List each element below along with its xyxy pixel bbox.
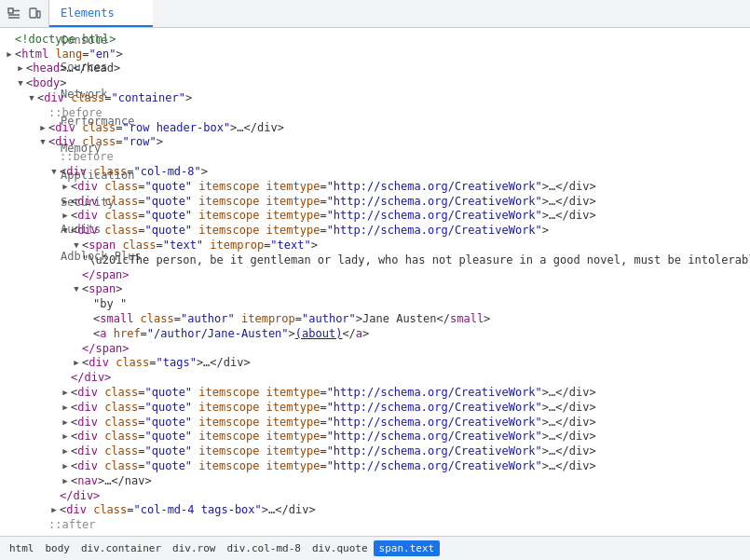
dom-line[interactable]: <small class="author" itemprop="author">… [0,311,750,326]
device-icon[interactable] [26,6,43,22]
close-tag: </span> [82,342,130,355]
dom-line[interactable]: ▼<span class="text" itemprop="text"> [0,238,750,253]
expand-collapse-icon[interactable]: ▶ [48,505,60,514]
dom-line[interactable]: ▼<div class="quote" itemscope itemtype="… [0,223,750,238]
svg-rect-0 [8,8,13,13]
expand-collapse-icon[interactable]: ▶ [60,403,71,412]
expand-collapse-icon[interactable]: ▶ [60,197,71,206]
element-node: <div class="quote" itemscope itemtype="h… [71,195,596,208]
element-node: <nav>…</nav> [71,474,152,487]
dom-line[interactable]: </span> [0,267,750,282]
dom-line[interactable]: ▶<nav>…</nav> [0,473,750,488]
breadcrumb-item[interactable]: div.row [167,540,221,556]
dom-line[interactable]: ▶<html lang="en"> [0,47,750,61]
expand-collapse-icon[interactable]: ▶ [60,182,71,191]
breadcrumb-item[interactable]: span.text [374,540,441,556]
dom-line[interactable]: ▼<div class="container"> [0,90,750,105]
dom-line[interactable]: ::before [0,149,750,164]
element-node: <div class="quote" itemscope itemtype="h… [71,430,596,443]
expand-collapse-icon[interactable]: ▼ [15,78,26,88]
element-node: <div class="quote" itemscope itemtype="h… [71,386,596,399]
expand-collapse-icon[interactable]: ▶ [60,431,71,441]
close-tag: </div> [60,489,100,502]
dom-line[interactable]: ▶<div class="quote" itemscope itemtype="… [0,415,750,430]
breadcrumb-item[interactable]: body [40,540,76,556]
expand-collapse-icon[interactable]: ▼ [60,225,71,235]
expand-collapse-icon[interactable]: ▼ [71,240,82,250]
dom-line[interactable]: </div> [0,488,750,503]
element-node: <head>…</head> [26,61,120,75]
dom-line[interactable]: <a href="/author/Jane-Austen">(about)</a… [0,326,750,341]
expand-collapse-icon[interactable]: ▶ [60,476,71,485]
element-node: <div class="quote" itemscope itemtype="h… [71,416,596,429]
element-node: <body> [26,76,66,89]
dom-line[interactable]: ▼<div class="col-md-8"> [0,164,750,179]
dom-line[interactable]: ▶<div class="quote" itemscope itemtype="… [0,458,750,473]
dom-line[interactable]: "\u201cThe person, be it gentleman or la… [0,253,750,267]
breadcrumb-item[interactable]: div.col-md-8 [221,540,306,556]
tab-elements[interactable]: Elements [49,0,153,27]
link-element-node: <a href="/author/Jane-Austen">(about)</a… [93,327,369,340]
dom-line[interactable]: ▶<div class="col-md-4 tags-box">…</div> [0,503,750,518]
svg-rect-4 [30,8,36,18]
expand-collapse-icon[interactable]: ▼ [48,167,60,176]
pseudo-element: ::after [48,518,96,531]
dom-line[interactable]: ▶<div class="tags">…</div> [0,356,750,371]
tab-container: ElementsConsoleSourcesNetworkPerformance… [49,0,153,27]
dom-line[interactable]: ▶<head>…</head> [0,61,750,76]
expand-collapse-icon[interactable]: ▶ [15,63,26,73]
element-node: <div class="row"> [48,135,163,148]
expand-collapse-icon[interactable]: ▶ [60,211,71,220]
text-node: "\u201cThe person, be it gentleman or la… [82,253,750,266]
expand-collapse-icon[interactable]: ▼ [37,137,48,146]
expand-collapse-icon[interactable]: ▶ [37,123,48,132]
dom-line[interactable]: ▶<div class="quote" itemscope itemtype="… [0,385,750,400]
element-node: <div class="container"> [37,91,192,104]
breadcrumb-item[interactable]: html [4,540,40,556]
dom-line[interactable]: <!doctype html> [0,32,750,47]
devtools-tab-bar: ElementsConsoleSourcesNetworkPerformance… [0,0,750,28]
dom-line[interactable]: ▼<body> [0,75,750,90]
breadcrumb-item[interactable]: div.quote [307,540,374,556]
dom-line[interactable]: "by " [0,296,750,311]
dom-line[interactable]: ▶<div class="quote" itemscope itemtype="… [0,209,750,224]
dom-line[interactable]: ▶<div class="quote" itemscope itemtype="… [0,179,750,194]
close-tag: </div> [71,371,111,384]
dom-line[interactable]: ▶<div class="quote" itemscope itemtype="… [0,194,750,209]
dom-line[interactable]: ::before [0,105,750,120]
expand-collapse-icon[interactable]: ▶ [60,388,71,397]
close-tag: </span> [82,268,130,281]
inspect-icon[interactable] [6,6,22,22]
element-node: <div class="col-md-8"> [60,165,208,178]
expand-collapse-icon[interactable]: ▶ [60,461,71,471]
breadcrumb-item[interactable]: div.container [75,540,167,556]
expand-collapse-icon[interactable]: ▶ [4,49,15,59]
expand-collapse-icon[interactable]: ▶ [60,417,71,427]
dom-line[interactable]: ▶<div class="quote" itemscope itemtype="… [0,444,750,458]
element-node: <div class="quote" itemscope itemtype="h… [71,444,596,458]
devtools-icon-area [0,0,49,27]
breadcrumb-bar: htmlbodydiv.containerdiv.rowdiv.col-md-8… [0,536,750,560]
expand-collapse-icon[interactable]: ▶ [71,358,82,367]
element-node: <span> [82,282,122,295]
pseudo-element: ::before [48,106,102,119]
doctype-text: <!doctype html> [15,33,116,46]
dom-line[interactable]: </div> [0,370,750,385]
expand-collapse-icon[interactable]: ▶ [60,446,71,456]
dom-line[interactable]: ::after [0,517,750,532]
element-node: <div class="quote" itemscope itemtype="h… [71,459,596,472]
element-node: <div class="tags">…</div> [82,356,251,369]
element-node: <span class="text" itemprop="text"> [82,239,318,252]
dom-line[interactable]: ▶<div class="quote" itemscope itemtype="… [0,430,750,444]
dom-line[interactable]: ▼<span> [0,282,750,297]
dom-line[interactable]: ▶<div class="row header-box">…</div> [0,120,750,135]
dom-line[interactable]: </span> [0,341,750,356]
element-node: <div class="col-md-4 tags-box">…</div> [60,503,316,516]
element-node: <div class="quote" itemscope itemtype="h… [71,209,596,222]
element-node: <div class="quote" itemscope itemtype="h… [71,224,549,237]
expand-collapse-icon[interactable]: ▼ [26,93,37,102]
element-node: <div class="row header-box">…</div> [48,121,284,134]
dom-line[interactable]: ▶<div class="quote" itemscope itemtype="… [0,400,750,415]
dom-line[interactable]: ▼<div class="row"> [0,135,750,150]
expand-collapse-icon[interactable]: ▼ [71,284,82,294]
